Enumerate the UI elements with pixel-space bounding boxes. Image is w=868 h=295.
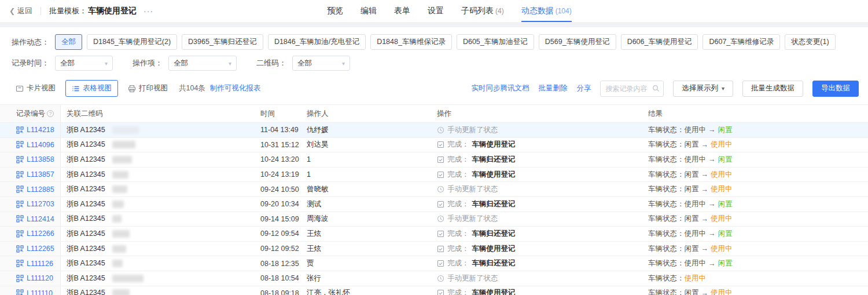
table-row-6[interactable]: L112414 浙B A12345 09-14 15:09 周海波 手动更新了状… [0,212,868,227]
tab-2[interactable]: 表单 [394,0,410,22]
action-filter-chip-3[interactable]: D1846_车辆加油/充电登记 [268,34,366,50]
record-id-link[interactable]: L111126 [27,260,53,268]
record-id-link[interactable]: L112885 [27,185,54,194]
col-operator: 操作人 [307,109,437,119]
record-id-link[interactable]: L112266 [27,230,54,238]
chevron-left-icon: ❮ [9,7,15,15]
back-button[interactable]: ❮ 返回 [9,6,32,16]
sync-docs-link[interactable]: 实时同步腾讯文档 [471,83,529,93]
operation-prefix: 完成： [447,170,469,180]
record-id-link[interactable]: L113857 [27,170,54,179]
view-button-label: 卡片视图 [27,83,56,93]
time-cell: 10-31 15:12 [260,141,307,149]
result-prefix: 车辆状态： [648,125,685,135]
result-cell: 车辆状态： 闲置 → 使用中 [648,170,868,180]
arrow-right-icon: → [708,126,716,134]
result-prefix: 车辆状态： [648,229,685,239]
action-filter-chip-1[interactable]: D1845_车辆使用登记(2) [87,34,177,50]
action-filter-chip-9[interactable]: 状态变更(1) [785,34,835,50]
view-button-2[interactable]: 打印视图 [122,80,174,97]
time-cell: 09-12 09:54 [260,230,307,238]
top-bar: ❮ 返回 批量模板： 车辆使用登记 ··· 预览 编辑 表单 设置 子码列表 (… [0,0,868,22]
action-filter-chip-8[interactable]: D607_车辆维修记录 [703,34,780,50]
table-row-10[interactable]: L111120 浙B A12345 08-18 10:54 张行 手动更新了状态… [0,271,868,286]
qr-code-icon [16,215,24,223]
help-icon[interactable]: ? [47,110,54,117]
arrow-right-icon: → [708,260,716,268]
operation-action: 车辆使用登记 [472,170,516,180]
tab-4[interactable]: 子码列表 (4) [461,0,504,22]
table-row-5[interactable]: L112703 浙B A12345 09-20 10:34 测试 完成：车辆归还… [0,197,868,212]
qr-code-icon [16,245,24,253]
visual-report-link[interactable]: 制作可视化报表 [210,83,261,93]
action-filter-chip-5[interactable]: D605_车辆加油登记 [457,34,534,50]
result-from-status: 闲置 [685,184,699,194]
qr-name-text: 浙B A12345 [67,229,105,239]
redacted-blur [112,275,144,282]
col-record-id-label: 记录编号 [16,109,45,119]
view-button-1[interactable]: 表格视图 [65,80,118,97]
time-cell: 09-12 09:52 [260,245,307,253]
action-filter-chip-0[interactable]: 全部 [55,34,82,50]
operation-cell: 完成：车辆归还登记 [437,258,648,268]
share-link[interactable]: 分享 [576,83,591,93]
table-row-3[interactable]: L113857 浙B A12345 10-24 13:19 1 完成：车辆使用登… [0,167,868,183]
divider-band [0,22,868,27]
record-id-link[interactable]: L111120 [27,274,53,282]
batch-delete-link[interactable]: 批量删除 [538,83,567,93]
tab-0[interactable]: 预览 [327,0,343,22]
result-to-status: 使用中 [711,170,733,180]
action-filter-chip-2[interactable]: D3965_车辆归还登记 [182,34,263,50]
table-row-9[interactable]: L111126 浙B A12345 08-18 12:35 贾 完成：车辆归还登… [0,256,868,271]
record-id-link[interactable]: L114096 [27,141,54,149]
record-id-cell: L112265 [0,242,61,256]
table-row-8[interactable]: L112265 浙B A12345 09-12 09:52 王炫 完成：车辆使用… [0,242,868,257]
table-row-4[interactable]: L112885 浙B A12345 09-24 10:50 曾晓敏 手动更新了状… [0,182,868,197]
qr-name-text: 浙B A12345 [67,214,105,224]
table-row-7[interactable]: L112266 浙B A12345 09-12 09:54 王炫 完成：车辆归还… [0,227,868,242]
table-row-2[interactable]: L113858 浙B A12345 10-24 13:20 1 完成：车辆归还登… [0,152,868,167]
record-id-link[interactable]: L111110 [27,289,53,295]
clock-icon [437,185,444,193]
choose-columns-button[interactable]: 选择展示列 ▾ [673,81,733,97]
tab-count: (4) [495,7,504,15]
record-id-cell: L111126 [0,256,61,271]
operator-cell: 贾 [307,258,437,268]
operator-cell: 刘达昊 [307,140,437,150]
record-id-link[interactable]: L114218 [27,126,54,134]
result-from-status: 使用中 [685,125,707,135]
operation-cell: 完成：车辆使用登记 [437,244,648,254]
record-id-link[interactable]: L112414 [27,215,54,223]
tab-3[interactable]: 设置 [428,0,444,22]
record-id-cell: L111110 [0,286,61,295]
export-data-button[interactable]: 导出数据 [812,81,859,97]
qr-code-icon [16,185,24,193]
filter-select-2[interactable]: 全部 ▾ [292,56,350,71]
page-title: 车辆使用登记 [88,6,137,16]
more-button[interactable]: ··· [144,6,153,16]
result-from-status: 使用中 [685,155,707,165]
back-label: 返回 [17,6,32,16]
table-row-1[interactable]: L114096 浙B A12345 10-31 15:12 刘达昊 完成：车辆使… [0,138,868,153]
record-id-link[interactable]: L112703 [27,200,54,208]
operation-cell: 完成：车辆归还登记 [437,229,648,239]
filter-select-1[interactable]: 全部 ▾ [168,56,237,71]
arrow-right-icon: → [701,215,709,223]
qr-name-text: 浙B A12345 [67,258,105,268]
action-filter-chip-6[interactable]: D569_车辆使用登记 [539,34,616,50]
qr-code-icon [16,156,24,163]
action-filter-chip-7[interactable]: D606_车辆使用登记 [621,34,698,50]
tab-1[interactable]: 编辑 [361,0,377,22]
record-id-link[interactable]: L112265 [27,245,54,253]
record-id-link[interactable]: L113858 [27,155,54,163]
view-button-0[interactable]: 卡片视图 [9,80,62,97]
table-row-0[interactable]: L114218 浙B A12345 11-04 13:49 仇纾媛 手动更新了状… [0,123,868,138]
tab-5[interactable]: 动态数据 (104) [521,0,572,22]
time-cell: 08-18 10:54 [260,274,307,282]
batch-generate-button[interactable]: 批量生成数据 [742,81,803,97]
filter-select-0[interactable]: 全部 ▾ [55,56,113,71]
operator-cell: 曾晓敏 [307,184,437,194]
filter-select-group: 操作项： 全部 ▾ [133,56,237,71]
action-filter-chip-4[interactable]: D1848_车辆维保记录 [370,34,452,50]
table-row-11[interactable]: L111110 浙B A12345 08-18 09:18 江亮，张礼怀 完成：… [0,286,868,295]
